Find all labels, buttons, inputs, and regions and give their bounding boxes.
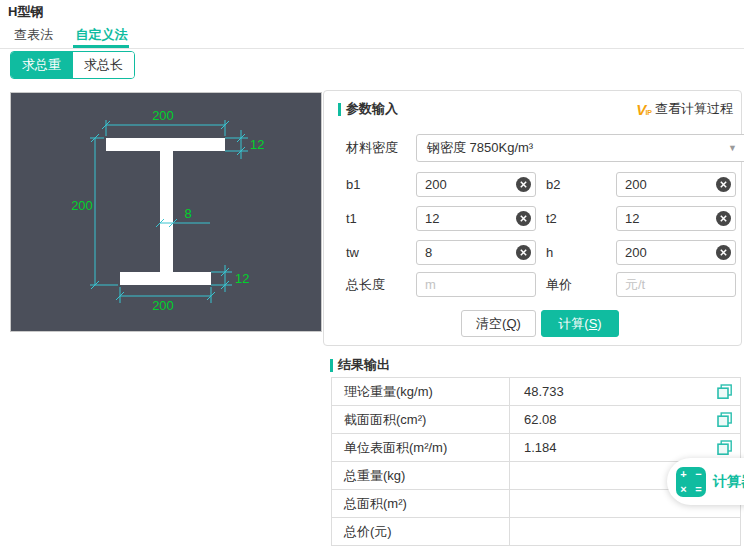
bottom-flange xyxy=(120,272,211,285)
unit-price-input[interactable] xyxy=(616,272,736,297)
unit-price-field-wrap xyxy=(616,272,736,297)
vip-icon: VIP xyxy=(636,102,652,117)
t1-clear-icon[interactable] xyxy=(516,211,531,226)
b2-field-wrap xyxy=(616,172,736,197)
mode-total-weight-button[interactable]: 求总重 xyxy=(11,52,72,78)
parameter-section-title: 参数输入 xyxy=(346,100,398,118)
top-flange xyxy=(106,138,225,151)
clear-button[interactable]: 清空(Q) xyxy=(461,310,536,337)
parameter-section-header: 参数输入 xyxy=(338,100,398,118)
tab-lookup-method[interactable]: 查表法 xyxy=(12,24,55,48)
mode-toggle: 求总重 求总长 xyxy=(10,51,135,79)
t1-label: t1 xyxy=(346,211,416,226)
copy-icon[interactable] xyxy=(717,412,732,427)
row-t1-t2: t1 t2 xyxy=(346,206,736,231)
material-density-select[interactable]: 钢密度 7850Kg/m³ ▼ xyxy=(416,134,744,162)
section-accent-bar xyxy=(338,103,341,116)
density-row: 材料密度 钢密度 7850Kg/m³ ▼ xyxy=(346,134,744,162)
table-row: 总价(元) xyxy=(332,518,741,546)
dim-tw-label: 8 xyxy=(184,206,191,221)
h-clear-icon[interactable] xyxy=(716,245,731,260)
result-label: 截面面积(cm²) xyxy=(332,406,510,434)
result-label: 总面积(m²) xyxy=(332,490,510,518)
b1-label: b1 xyxy=(346,177,416,192)
dim-h-label: 200 xyxy=(71,198,93,213)
table-row: 理论重量(kg/m) 48.733 xyxy=(332,378,741,406)
copy-icon[interactable] xyxy=(717,440,732,455)
row-length-price: 总长度 单价 xyxy=(346,272,736,297)
result-value xyxy=(510,518,741,546)
result-value: 62.08 xyxy=(510,406,741,434)
dim-b1-label: 200 xyxy=(152,108,174,123)
b2-label: b2 xyxy=(546,177,616,192)
b1-field-wrap xyxy=(416,172,536,197)
result-value: 48.733 xyxy=(510,378,741,406)
b1-clear-icon[interactable] xyxy=(516,177,531,192)
tw-field-wrap xyxy=(416,240,536,265)
row-tw-h: tw h xyxy=(346,240,736,265)
tw-clear-icon[interactable] xyxy=(516,245,531,260)
parameter-input-card: 参数输入 VIP 查看计算过程 材料密度 钢密度 7850Kg/m³ ▼ b1 … xyxy=(323,90,742,346)
total-length-input[interactable] xyxy=(416,272,536,297)
total-length-label: 总长度 xyxy=(346,276,416,294)
view-calculation-process-link[interactable]: VIP 查看计算过程 xyxy=(636,100,733,118)
calculate-button[interactable]: 计算(S) xyxy=(541,310,619,337)
hbeam-diagram: 200 12 200 8 12 200 xyxy=(10,92,322,332)
h-label: h xyxy=(546,245,616,260)
calculator-icon: +−×= xyxy=(676,467,706,497)
table-row: 单位表面积(m²/m) 1.184 xyxy=(332,434,741,462)
total-length-field-wrap xyxy=(416,272,536,297)
result-label: 单位表面积(m²/m) xyxy=(332,434,510,462)
tab-bar: 查表法 自定义法 xyxy=(0,24,744,49)
t2-label: t2 xyxy=(546,211,616,226)
calculator-floating-button[interactable]: +−×= 计算器 xyxy=(667,458,744,505)
web xyxy=(160,151,173,273)
dim-t1-label: 12 xyxy=(250,137,264,152)
hbeam-cross-section: 200 12 200 8 12 200 xyxy=(11,93,321,331)
t1-field-wrap xyxy=(416,206,536,231)
result-label: 理论重量(kg/m) xyxy=(332,378,510,406)
result-label: 总重量(kg) xyxy=(332,462,510,490)
unit-price-label: 单价 xyxy=(546,276,616,294)
results-section-title: 结果输出 xyxy=(338,356,390,374)
density-selected-value: 钢密度 7850Kg/m³ xyxy=(427,139,533,157)
mode-total-length-button[interactable]: 求总长 xyxy=(72,52,134,78)
row-b1-b2: b1 b2 xyxy=(346,172,736,197)
table-row: 截面面积(cm²) 62.08 xyxy=(332,406,741,434)
page-title: H型钢 xyxy=(8,3,43,21)
h-field-wrap xyxy=(616,240,736,265)
results-section-header: 结果输出 xyxy=(330,356,390,374)
density-label: 材料密度 xyxy=(346,139,416,157)
b2-clear-icon[interactable] xyxy=(716,177,731,192)
calculator-label: 计算器 xyxy=(713,473,744,491)
dim-b2-label: 200 xyxy=(152,298,174,313)
view-process-label: 查看计算过程 xyxy=(655,100,733,118)
t2-clear-icon[interactable] xyxy=(716,211,731,226)
copy-icon[interactable] xyxy=(717,384,732,399)
result-label: 总价(元) xyxy=(332,518,510,546)
dim-t2-label: 12 xyxy=(235,271,249,286)
section-accent-bar xyxy=(330,359,333,372)
tab-custom-method[interactable]: 自定义法 xyxy=(73,24,129,48)
t2-field-wrap xyxy=(616,206,736,231)
chevron-down-icon: ▼ xyxy=(728,143,737,153)
tw-label: tw xyxy=(346,245,416,260)
